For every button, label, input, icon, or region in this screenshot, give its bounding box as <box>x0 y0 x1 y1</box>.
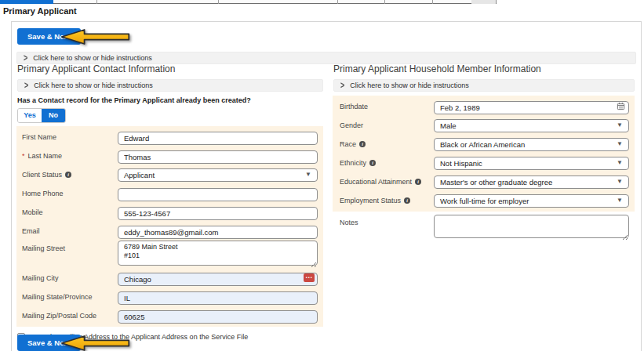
field-label: * Last Name <box>16 152 118 160</box>
chevron-right-icon: > <box>24 52 27 63</box>
instructions-accordion-household[interactable]: > Click here to show or hide instruction… <box>333 79 635 92</box>
info-icon[interactable]: i <box>404 197 410 204</box>
ethnicity-select[interactable]: Not Hispanic ▼ <box>434 157 629 170</box>
chevron-down-icon: ▼ <box>617 141 623 147</box>
tab-divider <box>432 0 433 4</box>
tab-divider <box>96 0 97 4</box>
chevron-right-icon: > <box>340 80 344 91</box>
field-row-client-status: Client Status i Applicant ▼ <box>16 165 323 184</box>
section-title-household: Primary Applicant Household Member Infor… <box>333 64 635 74</box>
field-label: Notes <box>333 215 434 226</box>
chevron-down-icon: ▼ <box>617 160 623 166</box>
chevron-down-icon: ▼ <box>617 179 623 185</box>
required-asterisk: * <box>22 152 25 160</box>
field-label: Mailing City <box>16 274 118 282</box>
info-icon[interactable]: i <box>369 160 376 166</box>
mailing-state-input[interactable] <box>118 291 318 305</box>
instructions-accordion-main[interactable]: > Click here to show or hide instruction… <box>16 52 636 64</box>
info-icon[interactable]: i <box>415 179 421 185</box>
field-row-notes: Notes <box>333 215 635 243</box>
tab-divider <box>337 0 338 4</box>
field-label: Mailing State/Province <box>16 293 118 301</box>
form-panel: Save & Next > Click here to show or hide… <box>11 21 642 351</box>
yellow-arrow-annotation <box>60 335 131 351</box>
field-row-mobile: Mobile <box>16 203 323 222</box>
tab-segment <box>471 0 496 4</box>
gender-select[interactable]: Male ▼ <box>434 119 629 132</box>
educational-attainment-select[interactable]: Master's or other graduate degree ▼ <box>434 176 629 189</box>
contact-record-toggle: Yes No <box>17 108 66 123</box>
field-label: Client Status i <box>16 171 118 179</box>
notes-textarea[interactable] <box>434 215 629 238</box>
field-row-gender: Gender Male ▼ <box>333 116 635 135</box>
accordion-label: Click here to show or hide instructions <box>34 81 153 89</box>
race-select[interactable]: Black or African American ▼ <box>434 138 629 151</box>
last-name-input[interactable] <box>118 150 318 164</box>
field-row-home-phone: Home Phone <box>16 184 323 203</box>
yellow-arrow-annotation <box>60 28 131 45</box>
chevron-right-icon: > <box>24 80 28 91</box>
instructions-accordion-contact[interactable]: > Click here to show or hide instruction… <box>17 79 323 92</box>
field-label: Email <box>16 227 118 235</box>
active-tab[interactable] <box>0 0 53 4</box>
field-row-last-name: * Last Name <box>16 147 323 165</box>
field-row-race: Race i Black or African American ▼ <box>333 135 635 154</box>
tab-divider <box>384 0 385 4</box>
field-label: Gender <box>333 121 434 129</box>
field-label: Race i <box>333 140 434 148</box>
field-row-email: Email <box>16 222 323 241</box>
mobile-input[interactable] <box>118 207 318 220</box>
field-row-mailing-city: Mailing City ... <box>16 269 323 288</box>
field-label: Mobile <box>16 208 118 216</box>
field-label: Ethnicity i <box>333 159 434 167</box>
field-row-first-name: First Name <box>16 128 323 147</box>
field-label: Employment Status i <box>333 197 434 204</box>
contact-record-question: Has a Contact record for the Primary App… <box>17 96 323 105</box>
yes-button[interactable]: Yes <box>18 109 42 122</box>
field-row-educational-attainment: Educational Attainment i Master's or oth… <box>333 172 635 191</box>
field-row-ethnicity: Ethnicity i Not Hispanic ▼ <box>333 154 635 172</box>
field-row-birthdate: Birthdate <box>333 97 635 116</box>
first-name-input[interactable] <box>118 132 318 145</box>
info-icon[interactable]: i <box>359 141 366 147</box>
mailing-street-textarea[interactable]: 6789 Main Street #101 <box>118 241 318 266</box>
chevron-down-icon: ▼ <box>305 172 311 178</box>
info-icon[interactable]: i <box>65 172 71 178</box>
field-label: Educational Attainment i <box>333 178 434 186</box>
tab-divider <box>218 0 219 4</box>
field-row-mailing-state: Mailing State/Province <box>16 288 323 306</box>
field-row-employment-status: Employment Status i Work full-time for e… <box>333 191 635 210</box>
accordion-label: Click here to show or hide instructions <box>350 81 469 89</box>
field-label: Home Phone <box>16 190 118 197</box>
employment-status-select[interactable]: Work full-time for employer ▼ <box>434 194 629 208</box>
field-row-mailing-street: Mailing Street 6789 Main Street #101 <box>16 241 323 269</box>
field-label: Mailing Street <box>16 241 118 252</box>
household-fields-group: Birthdate Gender <box>333 96 635 212</box>
chevron-down-icon: ▼ <box>617 197 623 204</box>
field-label: First Name <box>16 133 118 141</box>
field-row-mailing-zip: Mailing Zip/Postal Code <box>16 306 323 325</box>
client-status-select[interactable]: Applicant ▼ <box>118 168 318 182</box>
field-label: Mailing Zip/Postal Code <box>16 312 118 320</box>
contact-fields-group: First Name * Last Name Client Status <box>16 126 323 327</box>
no-button[interactable]: No <box>42 109 65 122</box>
birthdate-input[interactable] <box>434 101 629 114</box>
household-info-section: Primary Applicant Household Member Infor… <box>333 64 635 243</box>
section-title-contact: Primary Applicant Contact Information <box>17 64 323 74</box>
calendar-icon[interactable] <box>617 102 625 110</box>
mailing-zip-input[interactable] <box>118 310 318 324</box>
chevron-down-icon: ▼ <box>617 122 623 128</box>
field-label: Birthdate <box>333 103 434 110</box>
accordion-label: Click here to show or hide instructions <box>33 54 152 62</box>
address-overflow-icon[interactable]: ... <box>304 273 315 282</box>
contact-info-section: Primary Applicant Contact Information > … <box>16 64 323 342</box>
mailing-city-input[interactable] <box>118 273 318 286</box>
home-phone-input[interactable] <box>118 188 318 201</box>
tab-bar <box>0 0 497 4</box>
page-title: Primary Applicant <box>3 6 77 16</box>
email-input[interactable] <box>118 226 318 239</box>
